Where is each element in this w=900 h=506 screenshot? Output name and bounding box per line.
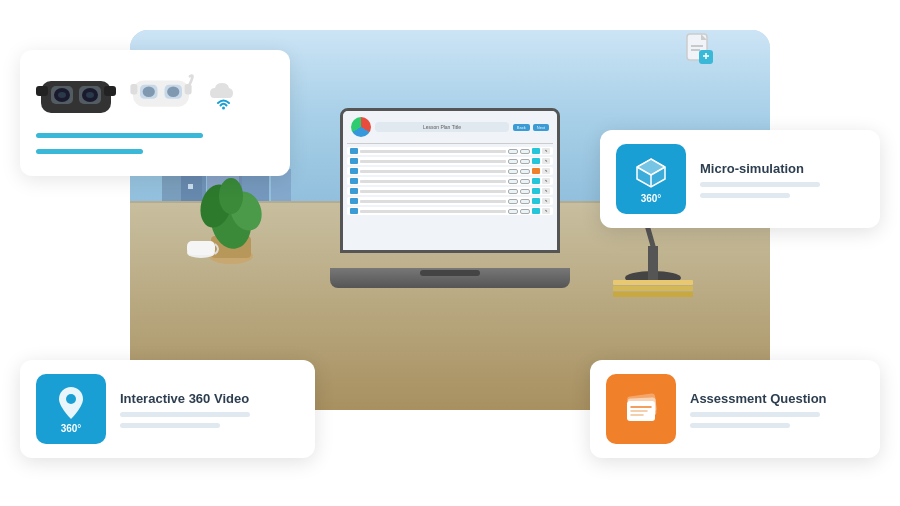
svg-point-31 [222, 107, 225, 110]
dark-vr-headset [36, 66, 116, 121]
screen-row: ✎ [347, 147, 553, 155]
micro-simulation-card: 360° Micro-simulation [600, 130, 880, 228]
laptop-screen: Lesson Plan Title Back Next ✎ [340, 108, 560, 253]
micro-sim-line-1 [700, 182, 820, 187]
back-btn: Back [513, 124, 530, 131]
screen-title: Lesson Plan Title [375, 122, 509, 132]
vr-headset-card [20, 50, 290, 176]
assessment-icon-box [606, 374, 676, 444]
wifi-cloud-icon [206, 76, 241, 111]
svg-rect-19 [104, 86, 116, 96]
cards-stack-icon [620, 391, 662, 427]
location-pin-icon [56, 385, 86, 421]
screen-row: ✎ [347, 197, 553, 205]
svg-rect-7 [187, 241, 215, 255]
svg-rect-9 [648, 246, 658, 281]
micro-sim-text: Micro-simulation [700, 161, 820, 198]
svg-rect-26 [185, 83, 192, 94]
interactive-360-text: Interactive 360 Video [120, 391, 250, 428]
interactive-360-line-2 [120, 423, 220, 428]
vr-headsets [36, 66, 274, 121]
assessment-line-1 [690, 412, 820, 417]
laptop: Lesson Plan Title Back Next ✎ [330, 108, 570, 288]
svg-rect-18 [36, 86, 48, 96]
interactive-360-title: Interactive 360 Video [120, 391, 250, 406]
screen-row: ✎ [347, 167, 553, 175]
svg-point-30 [167, 86, 179, 97]
screen-nav: Back Next [513, 124, 549, 131]
interactive-360-video-card: 360° Interactive 360 Video [20, 360, 315, 458]
svg-point-37 [66, 394, 76, 404]
screen-logo [351, 117, 371, 137]
svg-rect-25 [130, 83, 137, 94]
svg-point-22 [58, 92, 66, 98]
notebook [613, 280, 693, 296]
interactive-360-icon-box: 360° [36, 374, 106, 444]
micro-sim-icon-box: 360° [616, 144, 686, 214]
interactive-360-badge: 360° [61, 423, 82, 434]
assessment-title: Assessment Question [690, 391, 827, 406]
floating-file-icon [685, 32, 715, 68]
vr-bar-2 [36, 149, 143, 154]
svg-point-5 [219, 178, 243, 214]
micro-sim-line-2 [700, 193, 790, 198]
assessment-line-2 [690, 423, 790, 428]
assessment-text: Assessment Question [690, 391, 827, 428]
micro-sim-title: Micro-simulation [700, 161, 820, 176]
next-btn: Next [533, 124, 549, 131]
micro-sim-badge: 360° [641, 193, 662, 204]
interactive-360-line-1 [120, 412, 250, 417]
cube-3d-icon [633, 155, 669, 191]
screen-row: ✎ [347, 177, 553, 185]
vr-bar-1 [36, 133, 203, 138]
assessment-question-card: Assessment Question [590, 360, 880, 458]
laptop-base [330, 268, 570, 288]
screen-row: ✎ [347, 207, 553, 215]
screen-row: ✎ [347, 157, 553, 165]
vr-progress-bars [36, 133, 274, 160]
screen-row: ✎ [347, 187, 553, 195]
svg-point-29 [143, 86, 155, 97]
white-vr-headset [126, 69, 196, 119]
svg-point-23 [86, 92, 94, 98]
